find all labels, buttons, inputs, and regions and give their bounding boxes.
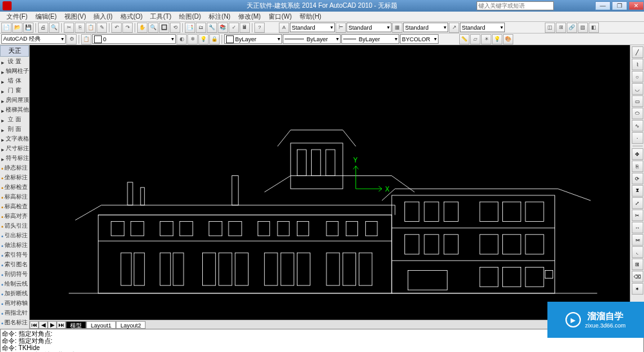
toolpal-icon[interactable]: 🔧 [207, 23, 217, 33]
panel-item[interactable]: •加折断线 [0, 289, 29, 298]
mirror-icon[interactable]: ⧗ [632, 185, 643, 197]
copy-icon[interactable]: ⎘ [75, 23, 85, 33]
save-icon[interactable]: 💾 [23, 23, 33, 33]
move-icon[interactable]: ✥ [632, 148, 643, 160]
pline-icon[interactable]: ⌇ [632, 59, 643, 70]
ws-settings-icon[interactable]: ⚙ [66, 34, 77, 44]
panel-item[interactable]: •o默认图o [0, 328, 29, 329]
offset-icon[interactable]: ⫘ [632, 234, 643, 246]
help-search-input[interactable] [477, 1, 554, 10]
tablestyle-combo[interactable]: Standard [403, 23, 448, 32]
spline-icon[interactable]: ∿ [632, 120, 643, 132]
extend-icon[interactable]: ↔ [632, 222, 643, 233]
panel-item[interactable]: •绘制云线 [0, 279, 29, 289]
zoom-icon[interactable]: 🔍 [148, 23, 158, 33]
panel-item[interactable]: •引出标注 [0, 231, 29, 240]
color-combo[interactable]: ByLayer [224, 34, 282, 44]
menu-insert[interactable]: 插入(I) [90, 12, 116, 21]
panel-item[interactable]: •标高标注 [0, 192, 29, 202]
linetype-combo[interactable]: ByLayer [283, 34, 341, 44]
tab-prev-icon[interactable]: ◀ [39, 321, 48, 329]
rotate-icon[interactable]: ⟳ [632, 173, 643, 184]
maximize-button[interactable]: ❐ [612, 1, 627, 10]
region-icon[interactable]: ◧ [589, 23, 599, 33]
textstyle-combo[interactable]: Standard [290, 23, 335, 32]
menu-help[interactable]: 帮助(H) [296, 12, 325, 21]
tab-first-icon[interactable]: ⏮ [30, 321, 39, 329]
layerfrz-icon[interactable]: ❄ [187, 34, 198, 44]
layeriso-icon[interactable]: ◐ [176, 34, 187, 44]
measure-icon[interactable]: 📏 [459, 34, 469, 44]
copy2-icon[interactable]: ⎘ [632, 161, 643, 172]
panel-item[interactable]: •箭头引注 [0, 221, 29, 231]
help-icon[interactable]: ? [254, 23, 265, 33]
menu-draw[interactable]: 绘图(D) [175, 12, 205, 21]
layerlock-icon[interactable]: 🔒 [209, 34, 220, 44]
insert-icon[interactable]: ⊞ [556, 23, 566, 33]
designcenter-icon[interactable]: 🗂 [196, 23, 206, 33]
undo-icon[interactable]: ↶ [111, 23, 122, 33]
panel-item[interactable]: •标高检查 [0, 202, 29, 211]
panel-item[interactable]: •静态标注 [0, 163, 29, 173]
area-icon[interactable]: ▱ [470, 34, 480, 44]
tab-next-icon[interactable]: ▶ [48, 321, 57, 329]
pan-icon[interactable]: ✋ [137, 23, 147, 33]
trim-icon[interactable]: ✂ [632, 210, 643, 221]
print-icon[interactable]: 🖨 [38, 23, 48, 33]
zoomwin-icon[interactable]: 🔲 [159, 23, 169, 33]
fillet-icon[interactable]: ◟ [632, 246, 643, 258]
tab-layout1[interactable]: Layout1 [86, 321, 116, 329]
cut-icon[interactable]: ✂ [64, 23, 74, 33]
panel-item[interactable]: •标高对齐 [0, 211, 29, 221]
xref-icon[interactable]: 🔗 [567, 23, 577, 33]
panel-item[interactable]: ▸楼梯其他 [0, 105, 29, 115]
menu-file[interactable]: 文件(F) [3, 12, 32, 21]
erase-icon[interactable]: ⌫ [632, 271, 643, 282]
render-icon[interactable]: ☀ [481, 34, 491, 44]
workspace-combo[interactable]: AutoCAD 经典 [1, 34, 66, 44]
minimize-button[interactable]: — [595, 1, 611, 10]
tablestyle-icon[interactable]: ▦ [392, 23, 402, 33]
panel-item[interactable]: •图名标注 [0, 318, 29, 328]
panel-item[interactable]: ▸剖 面 [0, 124, 29, 134]
zoomprev-icon[interactable]: ⟲ [170, 23, 180, 33]
panel-item[interactable]: •坐标标注 [0, 173, 29, 182]
panel-item[interactable]: ▸立 面 [0, 115, 29, 124]
menu-format[interactable]: 格式(O) [117, 12, 146, 21]
menu-modify[interactable]: 修改(M) [234, 12, 265, 21]
layer-combo[interactable]: 0 [92, 34, 176, 44]
close-button[interactable]: ✕ [629, 1, 644, 10]
dimstyle-icon[interactable]: A [279, 23, 289, 33]
panel-item[interactable]: ▸房间屋顶 [0, 95, 29, 105]
hatch-icon[interactable]: ▨ [578, 23, 588, 33]
array-icon[interactable]: ⊞ [632, 259, 643, 270]
circle-icon[interactable]: ○ [632, 71, 643, 83]
panel-item[interactable]: •画指北针 [0, 308, 29, 318]
menu-edit[interactable]: 编辑(E) [32, 12, 61, 21]
match-icon[interactable]: ✎ [97, 23, 107, 33]
panel-item[interactable]: ▸尺寸标注 [0, 144, 29, 153]
drawing-canvas[interactable]: X Y [30, 45, 630, 320]
redo-icon[interactable]: ↷ [122, 23, 133, 33]
rect-icon[interactable]: ▭ [632, 95, 643, 107]
layeroff-icon[interactable]: 💡 [198, 34, 209, 44]
dimstyle-combo[interactable]: Standard [346, 23, 392, 32]
sheetset-icon[interactable]: 📚 [218, 23, 228, 33]
panel-header[interactable]: 天正 [0, 45, 29, 57]
panel-item[interactable]: ▸文字表格 [0, 134, 29, 144]
panel-item[interactable]: •做法标注 [0, 240, 29, 250]
panel-item[interactable]: •剖切符号 [0, 269, 29, 279]
menu-window[interactable]: 窗口(W) [265, 12, 296, 21]
markup-icon[interactable]: ✓ [229, 23, 239, 33]
block-icon[interactable]: ◫ [545, 23, 555, 33]
new-icon[interactable]: 📄 [1, 23, 12, 33]
point-icon[interactable]: · [632, 132, 643, 144]
layerprops-icon[interactable]: 📋 [81, 34, 91, 44]
paste-icon[interactable]: 📋 [86, 23, 96, 33]
panel-item[interactable]: ▸设 置 [0, 57, 29, 66]
tab-last-icon[interactable]: ⏭ [57, 321, 66, 329]
preview-icon[interactable]: 🔍 [49, 23, 59, 33]
arc-icon[interactable]: ◡ [632, 83, 643, 95]
props-icon[interactable]: 📑 [185, 23, 195, 33]
mleader-icon[interactable]: ↗ [449, 23, 459, 33]
